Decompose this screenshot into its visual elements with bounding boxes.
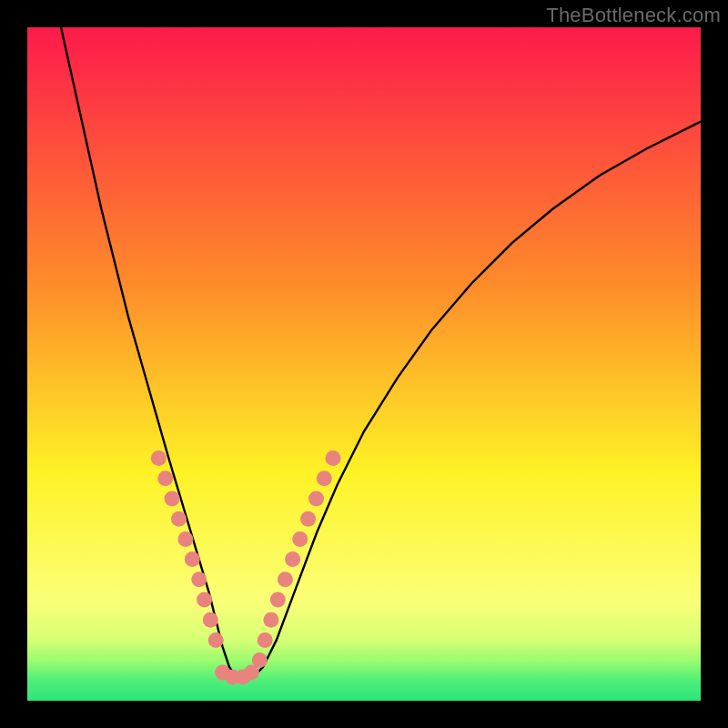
chart-svg bbox=[27, 27, 701, 701]
data-dot bbox=[308, 491, 324, 507]
data-dot bbox=[191, 571, 207, 587]
chart-frame bbox=[27, 27, 701, 701]
data-dot bbox=[292, 531, 308, 547]
data-dot bbox=[177, 531, 193, 547]
data-dot bbox=[285, 551, 300, 567]
data-dot bbox=[165, 491, 180, 507]
data-dot bbox=[157, 470, 173, 486]
data-dot bbox=[317, 470, 332, 486]
data-dot bbox=[203, 612, 218, 628]
data-dot bbox=[197, 592, 212, 608]
data-dot bbox=[151, 450, 167, 466]
data-dot bbox=[244, 664, 259, 680]
gradient-background bbox=[27, 27, 701, 701]
data-dot bbox=[185, 551, 200, 567]
data-dot bbox=[278, 571, 293, 587]
data-dot bbox=[326, 450, 341, 466]
data-dot bbox=[300, 511, 316, 527]
data-dot bbox=[263, 612, 278, 628]
data-dot bbox=[258, 632, 273, 648]
data-dot bbox=[208, 632, 224, 648]
data-dot bbox=[270, 592, 286, 608]
data-dot bbox=[171, 511, 187, 527]
watermark-text: TheBottleneck.com bbox=[546, 4, 721, 27]
